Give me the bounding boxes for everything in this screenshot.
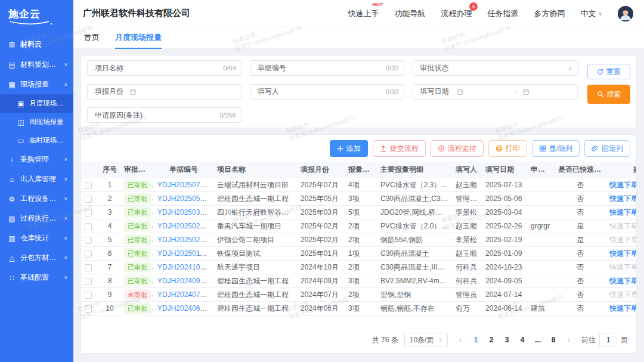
quick-order-link[interactable]: 快速下单 <box>609 263 637 271</box>
page-number[interactable]: 1 <box>469 333 482 346</box>
sidebar-item-equipment[interactable]: ⚙ 工程设备管理 ∨ <box>0 189 73 209</box>
page-number[interactable]: ... <box>531 333 544 346</box>
row-checkbox[interactable] <box>85 264 92 271</box>
sidebar-item-subcontractor-material[interactable]: △ 分包方材料管理 ∨ <box>0 248 73 268</box>
quick-order-link[interactable]: 快速下单 <box>609 249 637 258</box>
sidebar-item-material-planning[interactable]: ▤ 材料策划管理 ∨ <box>0 55 73 75</box>
cell-index: 3 <box>99 206 120 219</box>
row-checkbox[interactable] <box>85 250 92 258</box>
sidebar-item-temp-site-report[interactable]: ▭ 临时现场报量 <box>0 131 73 150</box>
doc-no-link[interactable]: YDJH2024061583 <box>157 304 213 313</box>
page-number[interactable]: 2 <box>485 333 498 346</box>
page-number[interactable]: 3 <box>500 333 513 346</box>
doc-no-link[interactable]: YDJH2024071595 <box>157 290 213 299</box>
row-checkbox[interactable] <box>85 237 92 244</box>
row-checkbox[interactable] <box>85 182 92 189</box>
nav-task-assign[interactable]: 任务指派 <box>487 8 518 19</box>
cell-index: 2 <box>99 192 120 206</box>
report-month-input[interactable] <box>140 85 241 99</box>
doc-no-link[interactable]: YDJH2025021694 <box>157 236 213 244</box>
row-checkbox[interactable] <box>85 196 92 203</box>
tab-home[interactable]: 首页 <box>84 27 100 49</box>
status-badge: 已审批 <box>124 262 151 273</box>
project-name-input[interactable] <box>129 61 218 75</box>
doc-no-link[interactable]: YDJH2025071787 <box>157 181 213 189</box>
nav-process-handling[interactable]: 6 流程办理 <box>441 8 472 19</box>
nav-feature-guide[interactable]: 功能导航 <box>394 8 425 19</box>
avatar[interactable] <box>618 6 633 21</box>
quick-order-link[interactable]: 快速下单 <box>609 208 637 216</box>
approval-status-field[interactable]: 审批状态 ∨ <box>413 60 579 76</box>
quick-order-link[interactable]: 快速下单 <box>609 304 637 313</box>
quick-order-link[interactable]: 快速下单 <box>609 290 637 299</box>
add-button[interactable]: 添加 <box>330 140 368 157</box>
doc-no-link[interactable]: YDJH2025051744 <box>157 194 213 203</box>
show-hide-columns-button[interactable]: 显/隐列 <box>532 140 580 157</box>
fixed-columns-button[interactable]: 固定列 <box>584 140 630 157</box>
quick-order-link[interactable]: 快速下单 <box>609 222 637 230</box>
date-start[interactable] <box>455 88 512 95</box>
sidebar-item-site-report[interactable]: ▦ 现场报量 ∧ <box>0 75 73 94</box>
char-counter: 0/32 <box>381 88 403 95</box>
submit-process-button[interactable]: 提交流程 <box>373 140 426 157</box>
page-number[interactable]: 4 <box>516 333 529 346</box>
count-badge: 6 <box>469 2 478 11</box>
sidebar-item-process-tracking[interactable]: ▧ 过程执行跟踪 ∨ <box>0 209 73 228</box>
char-counter: 0/32 <box>381 64 403 72</box>
project-name-field[interactable]: 项目名称 0/64 <box>87 60 242 76</box>
app-logo: 施企云 <box>0 0 73 32</box>
cell-month: 2025年01月 <box>297 247 345 261</box>
reason-input[interactable] <box>148 108 215 122</box>
quick-order-link[interactable]: 快速下单 <box>609 277 637 285</box>
page-number[interactable]: 8 <box>547 333 560 346</box>
doc-no-input[interactable] <box>292 61 381 75</box>
write-date-field[interactable]: 填写日期 - <box>413 84 579 100</box>
tab-monthly-site-report[interactable]: 月度现场报量 <box>115 27 162 49</box>
row-checkbox[interactable] <box>85 209 92 216</box>
sidebar-item-warehouse-stats[interactable]: ▥ 仓库统计 ∨ <box>0 228 73 248</box>
cell-month: 2025年02月 <box>297 219 345 233</box>
print-button[interactable]: 打印 <box>488 140 527 157</box>
company-name: 广州联君软件科技有限公司 <box>83 8 348 19</box>
chevron-down-icon: ∨ <box>64 216 69 221</box>
doc-no-field[interactable]: 单据编号 0/32 <box>250 60 404 76</box>
sidebar-item-material-cloud[interactable]: ⊞ 材料云 <box>0 34 73 55</box>
sidebar-item-procurement[interactable]: ♁ 采购管理 ∨ <box>0 150 73 169</box>
quick-order-link[interactable]: 快速下单 <box>609 194 637 203</box>
row-checkbox[interactable] <box>85 278 92 285</box>
reason-field[interactable]: 申请原因(备注) 0/256 <box>87 107 242 123</box>
table-panel: 添加 提交流程 流程监控 打印 <box>80 134 637 354</box>
next-page-button[interactable]: › <box>562 333 575 346</box>
sidebar-item-basic-config[interactable]: ∷ 基础配置 ∨ <box>0 268 73 287</box>
row-checkbox[interactable] <box>85 223 92 230</box>
doc-no-link[interactable]: YDJH2024101633 <box>157 263 213 271</box>
prev-page-button[interactable]: ‹ <box>454 333 467 346</box>
row-checkbox[interactable] <box>85 292 92 299</box>
sidebar-item-monthly-site-report[interactable]: ▣ 月度现场报量 <box>0 94 73 113</box>
doc-no-link[interactable]: YDJH2025011670 <box>157 249 213 258</box>
quick-order-link[interactable]: 快速下单 <box>609 181 637 189</box>
doc-no-link[interactable]: YDJH2025031713 <box>157 208 213 216</box>
nav-quick-start[interactable]: HOT 快速上手 <box>348 8 379 19</box>
writer-field[interactable]: 填写人 0/32 <box>250 84 404 100</box>
warehouse-icon: ⌂ <box>8 175 16 184</box>
cell-doc-no: YDJH2025021700 <box>154 219 213 233</box>
quick-order-link[interactable]: 快速下单 <box>609 236 637 244</box>
goto-page-input[interactable] <box>599 333 617 347</box>
doc-no-link[interactable]: YDJH2024091615 <box>157 277 213 285</box>
nav-multi-party[interactable]: 多方协同 <box>534 8 565 19</box>
date-end[interactable] <box>521 88 578 95</box>
writer-input[interactable] <box>285 85 381 99</box>
page-size-select[interactable]: 10条/页 ∨ <box>404 333 448 347</box>
doc-no-link[interactable]: YDJH2025021700 <box>157 222 213 230</box>
row-checkbox[interactable] <box>85 305 92 313</box>
reset-button[interactable]: 重置 <box>587 64 630 79</box>
report-month-field[interactable]: 填报月份 <box>87 84 242 100</box>
main-area: 广州联君软件科技有限公司 HOT 快速上手 功能导航 6 流程办理 任务指派 多… <box>73 0 644 362</box>
search-button[interactable]: 搜索 <box>587 85 630 104</box>
sidebar-item-inout-warehouse[interactable]: ⌂ 出入库管理 ∨ <box>0 169 73 189</box>
language-selector[interactable]: 中文 ∨ <box>580 8 602 19</box>
char-counter: 0/64 <box>218 64 240 72</box>
sidebar-item-weekly-site-report[interactable]: ◫ 周现场报量 <box>0 113 73 131</box>
process-monitor-button[interactable]: 流程监控 <box>431 140 484 157</box>
